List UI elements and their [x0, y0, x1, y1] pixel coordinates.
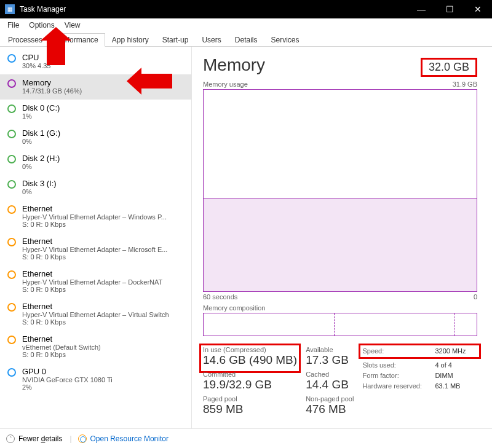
blue-circle-icon: [7, 368, 16, 377]
maximize-button[interactable]: ☐: [435, 0, 464, 18]
tabbar: Processes Performance App history Start-…: [0, 32, 492, 47]
sidebar-item-cpu[interactable]: CPU30% 4.35: [0, 49, 191, 74]
composition-in-use: [204, 313, 335, 336]
usage-max: 31.9 GB: [453, 81, 477, 88]
hw-reserved: Hardware reserved: 63.1 MB: [362, 381, 477, 391]
sidebar-item-sub2: S: 0 R: 0 Kbps: [22, 351, 184, 358]
sidebar-item-title: Disk 2 (H:): [22, 154, 184, 163]
sidebar-item-sub: Hyper-V Virtual Ethernet Adapter – Virtu…: [22, 311, 184, 318]
axis-right: 0: [474, 293, 477, 301]
sidebar-item-sub2: S: 0 R: 0 Kbps: [22, 286, 184, 293]
memory-composition-bar: [203, 313, 477, 336]
sidebar-item-title: Ethernet: [22, 334, 184, 344]
resource-monitor-label: Open Resource Monitor: [90, 434, 169, 443]
sidebar-item-sub: Hyper-V Virtual Ethernet Adapter – Micro…: [22, 246, 184, 253]
memory-total: 32.0 GB: [421, 58, 477, 77]
titlebar: ▦ Task Manager — ☐ ✕: [0, 0, 492, 18]
tab-app-history[interactable]: App history: [105, 33, 156, 46]
orange-circle-icon: [7, 205, 16, 214]
sidebar-item-disk-3-i-[interactable]: Disk 3 (I:)0%: [0, 175, 191, 200]
memory-usage-fill: [204, 198, 477, 291]
sidebar-item-ethernet[interactable]: EthernetvEthernet (Default Switch)S: 0 R…: [0, 331, 191, 363]
sidebar-item-ethernet[interactable]: EthernetHyper-V Virtual Ethernet Adapter…: [0, 200, 191, 233]
sidebar-item-sub: Hyper-V Virtual Ethernet Adapter – Windo…: [22, 213, 184, 221]
sidebar-item-sub2: S: 0 R: 0 Kbps: [22, 318, 184, 326]
memory-panel: Memory 32.0 GB Memory usage 31.9 GB 60 s…: [192, 47, 492, 428]
memory-usage-chart: [203, 89, 477, 292]
sidebar-item-title: Disk 0 (C:): [22, 103, 184, 112]
sidebar-item-sub: 0%: [22, 188, 184, 195]
annotation-arrow-up-icon: [47, 39, 65, 65]
stat-nonpaged-pool: Non-paged pool 476 MB: [306, 395, 354, 416]
fewer-details-toggle[interactable]: ˄ Fewer details: [6, 434, 62, 443]
orange-circle-icon: [7, 336, 16, 344]
performance-sidebar: CPU30% 4.35Memory14.7/31.9 GB (46%)Disk …: [0, 47, 192, 428]
sidebar-item-sub: vEthernet (Default Switch): [22, 344, 184, 351]
sidebar-item-title: Ethernet: [22, 269, 184, 278]
hw-speed: Speed: 3200 MHz: [359, 344, 481, 359]
orange-circle-icon: [7, 303, 16, 312]
tab-startup[interactable]: Start-up: [156, 33, 196, 46]
sidebar-item-sub: 0%: [22, 163, 184, 170]
sidebar-item-title: Disk 3 (I:): [22, 179, 184, 188]
menubar: File Options View: [0, 18, 492, 32]
sidebar-item-sub: 1%: [22, 112, 184, 120]
sidebar-item-sub: 0%: [22, 138, 184, 145]
sidebar-item-ethernet[interactable]: EthernetHyper-V Virtual Ethernet Adapter…: [0, 298, 191, 331]
sidebar-item-title: GPU 0: [22, 367, 184, 376]
sidebar-item-sub: NVIDIA GeForce GTX 1080 Ti: [22, 376, 184, 383]
sidebar-item-gpu-0[interactable]: GPU 0NVIDIA GeForce GTX 1080 Ti2%: [0, 363, 191, 396]
stat-cached: Cached 14.4 GB: [306, 371, 354, 391]
green-circle-icon: [7, 155, 16, 163]
sidebar-item-ethernet[interactable]: EthernetHyper-V Virtual Ethernet Adapter…: [0, 233, 191, 265]
sidebar-item-title: Ethernet: [22, 237, 184, 246]
open-resource-monitor-link[interactable]: Open Resource Monitor: [78, 434, 169, 443]
chevron-up-icon: ˄: [6, 434, 15, 443]
sidebar-item-title: Ethernet: [22, 204, 184, 213]
green-circle-icon: [7, 104, 16, 113]
sidebar-item-disk-0-c-[interactable]: Disk 0 (C:)1%: [0, 100, 191, 125]
composition-free: [454, 313, 477, 336]
page-title: Memory: [203, 55, 265, 75]
purple-circle-icon: [7, 79, 16, 88]
app-icon: ▦: [5, 4, 15, 14]
stat-in-use: In use (Compressed) 14.6 GB (490 MB): [199, 344, 301, 373]
hw-form-factor: Form factor: DIMM: [362, 371, 477, 381]
blue-circle-icon: [7, 54, 16, 63]
sidebar-item-sub2: S: 0 R: 0 Kbps: [22, 221, 184, 228]
sidebar-item-sub: Hyper-V Virtual Ethernet Adapter – Docke…: [22, 278, 184, 286]
sidebar-item-disk-1-g-[interactable]: Disk 1 (G:)0%: [0, 125, 191, 150]
stat-available: Available 17.3 GB: [306, 346, 354, 367]
tab-services[interactable]: Services: [264, 33, 306, 46]
annotation-arrow-left-icon: [141, 74, 172, 88]
window-title: Task Manager: [20, 5, 407, 14]
composition-standby: [335, 313, 454, 336]
tab-details[interactable]: Details: [228, 33, 264, 46]
composition-label: Memory composition: [203, 304, 477, 312]
orange-circle-icon: [7, 238, 16, 246]
hw-slots: Slots used: 4 of 4: [362, 360, 477, 371]
green-circle-icon: [7, 180, 16, 189]
axis-left: 60 seconds: [203, 293, 237, 301]
stat-committed: Committed 19.9/32.9 GB: [203, 371, 297, 391]
minimize-button[interactable]: —: [407, 0, 435, 18]
resource-monitor-icon: [78, 434, 87, 443]
orange-circle-icon: [7, 270, 16, 279]
fewer-details-label: Fewer details: [18, 434, 62, 443]
stat-paged-pool: Paged pool 859 MB: [203, 395, 297, 416]
green-circle-icon: [7, 130, 16, 138]
sidebar-item-sub2: S: 0 R: 0 Kbps: [22, 253, 184, 261]
sidebar-item-title: Disk 1 (G:): [22, 128, 184, 138]
close-button[interactable]: ✕: [464, 0, 492, 18]
task-manager-window: ▦ Task Manager — ☐ ✕ File Options View P…: [0, 0, 492, 448]
footer: ˄ Fewer details | Open Resource Monitor: [0, 428, 492, 448]
sidebar-item-sub2: 2%: [22, 383, 184, 391]
sidebar-item-ethernet[interactable]: EthernetHyper-V Virtual Ethernet Adapter…: [0, 265, 191, 298]
sidebar-item-disk-2-h-[interactable]: Disk 2 (H:)0%: [0, 150, 191, 175]
usage-label: Memory usage: [203, 81, 248, 88]
tab-users[interactable]: Users: [195, 33, 228, 46]
content: CPU30% 4.35Memory14.7/31.9 GB (46%)Disk …: [0, 47, 492, 428]
sidebar-item-title: Ethernet: [22, 302, 184, 311]
menu-file[interactable]: File: [2, 20, 24, 31]
